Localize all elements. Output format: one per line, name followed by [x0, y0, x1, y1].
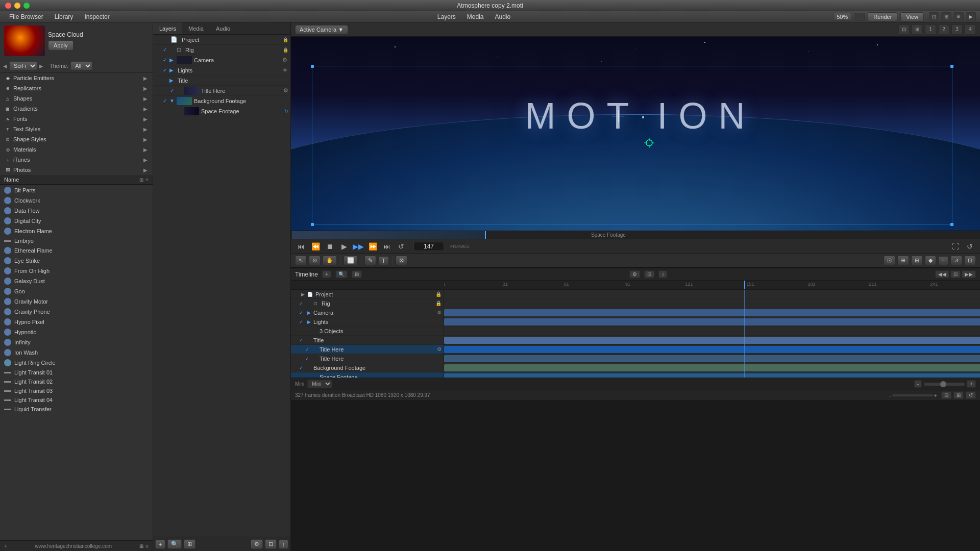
display-mode-button[interactable]: ⊞ — [911, 256, 923, 265]
timeline-settings-button[interactable]: ⚙ — [629, 270, 640, 278]
go-to-start-button[interactable]: ⏮ — [295, 240, 307, 253]
layer-background-footage[interactable]: ✓ ▼ Background Footage — [153, 96, 290, 106]
pan-tool[interactable]: ✋ — [323, 256, 337, 265]
menu-library[interactable]: Library — [50, 11, 79, 22]
audio-button[interactable]: ↺ — [964, 240, 976, 253]
tl-zoom-in[interactable]: + — [967, 380, 976, 388]
menu-media[interactable]: Media — [462, 11, 489, 22]
nav-item-shapes[interactable]: △ Shapes ▶ — [0, 93, 153, 104]
preview-tool-1[interactable]: 1 — [925, 24, 936, 35]
track-bg-footage[interactable] — [444, 363, 980, 372]
list-item[interactable]: Hypno Pixel — [0, 317, 153, 327]
tl-zoom-handle[interactable] — [940, 381, 946, 387]
track-space-footage[interactable] — [444, 372, 980, 378]
preview-tool-frame[interactable]: ⊡ — [898, 24, 910, 35]
view-options-button[interactable] — [854, 13, 865, 21]
track-title[interactable] — [444, 336, 980, 345]
list-item[interactable]: Hypnotic — [0, 327, 153, 337]
pen-tool[interactable]: ✎ — [364, 256, 376, 265]
list-item[interactable]: Eye Strike — [0, 256, 153, 266]
tl-zoom-slider[interactable] — [924, 383, 965, 386]
play-button[interactable]: ▶ — [338, 240, 350, 253]
grid-layer-button[interactable]: ⊞ — [184, 539, 195, 549]
tab-layers[interactable]: Layers — [153, 22, 182, 34]
rotate-tool[interactable]: ⊙ — [309, 256, 321, 265]
zoom-slider-status[interactable] — [892, 394, 933, 396]
play-all-button[interactable]: ▶▶ — [352, 240, 364, 253]
nav-item-shape-styles[interactable]: ⊡ Shape Styles ▶ — [0, 134, 153, 144]
select-tool[interactable]: ↖ — [295, 256, 307, 265]
menu-file-browser[interactable]: File Browser — [4, 11, 48, 22]
zoom-out-status[interactable]: - — [889, 392, 891, 398]
panel-options-button[interactable]: ⊡ — [265, 539, 277, 549]
tl-nav-3[interactable]: ▶▶ — [962, 270, 976, 278]
list-item-light-ring-circle[interactable]: Light Ring Circle — [0, 358, 153, 368]
menu-audio[interactable]: Audio — [490, 11, 516, 22]
toolbar-btn-3[interactable]: ≡ — [953, 12, 964, 21]
list-item-from-on-high[interactable]: From On High — [0, 266, 153, 276]
track-title-here-1[interactable] — [444, 345, 980, 354]
keyframe-button[interactable]: ◆ — [925, 256, 936, 265]
settings-button[interactable]: ⚙ — [251, 539, 263, 549]
mini-dropdown[interactable]: Mini — [307, 380, 332, 388]
gear-icon[interactable]: ⚙ — [283, 87, 288, 94]
tl-row-lights[interactable]: ✓ ▶ Lights — [291, 317, 444, 327]
list-view-btn[interactable]: ≡ — [145, 177, 149, 183]
add-layer-button[interactable]: + — [155, 540, 165, 549]
tl-row-title[interactable]: ✓ Title — [291, 336, 444, 345]
list-item[interactable]: Data Flow — [0, 206, 153, 216]
layer-title-here[interactable]: ✓ Title Here ⚙ — [153, 86, 290, 96]
tl-nav-2[interactable]: ⊡ — [950, 270, 961, 278]
rewind-button[interactable]: ⏪ — [309, 240, 322, 253]
tab-audio[interactable]: Audio — [210, 22, 236, 34]
nav-item-particle-emitters[interactable]: ◉ Particle Emitters ▶ — [0, 73, 153, 83]
layer-lights[interactable]: ✓ ▶ Lights 👁 — [153, 65, 290, 76]
tl-row-title-here-1[interactable]: ✓ Title Here ⚙ — [291, 345, 444, 354]
list-item[interactable]: Embryo — [0, 236, 153, 245]
list-item-liquid-transfer[interactable]: Liquid Transfer — [0, 405, 153, 414]
track-camera[interactable] — [444, 308, 980, 317]
preview-tool-4[interactable]: 4 — [965, 24, 976, 35]
list-toggle[interactable]: ≡ — [145, 543, 149, 549]
pivot-point[interactable] — [644, 138, 654, 149]
nav-item-fonts[interactable]: A Fonts ▶ — [0, 114, 153, 124]
text-tool[interactable]: T — [378, 256, 389, 265]
search-layer-button[interactable]: 🔍 — [167, 539, 182, 549]
add-item-button[interactable]: + — [4, 543, 7, 549]
preview-tool-fit[interactable]: ⊞ — [912, 24, 923, 35]
list-item[interactable]: Goo — [0, 286, 153, 296]
mask-tool[interactable]: ⊠ — [396, 256, 407, 265]
toolbar-btn-2[interactable]: ⊞ — [941, 12, 951, 21]
tl-row-space-footage[interactable]: Space Footage — [291, 372, 444, 378]
list-item-infinity[interactable]: Infinity — [0, 337, 153, 347]
fullscreen-button[interactable]: ⛶ — [949, 240, 962, 253]
param-button[interactable]: ≡ — [938, 256, 948, 265]
timeline-grid-button[interactable]: ⊞ — [352, 270, 362, 278]
tl-row-rig[interactable]: ✓ ⊡ Rig 🔒 — [291, 299, 444, 308]
status-btn-1[interactable]: ⊡ — [941, 391, 951, 399]
cat-prev-arrow[interactable]: ◀ — [3, 63, 7, 69]
scrubber-bar[interactable]: Space Footage — [291, 231, 980, 239]
status-btn-3[interactable]: ↺ — [966, 391, 976, 399]
nav-item-replicators[interactable]: ⊕ Replicators ▶ — [0, 83, 153, 93]
menu-inspector[interactable]: Inspector — [79, 11, 114, 22]
layer-rig[interactable]: ✓ ⊡ Rig 🔒 — [153, 45, 290, 55]
stop-button[interactable]: ⏹ — [324, 240, 336, 253]
grid-toggle[interactable]: ⊞ — [139, 543, 143, 549]
grid-view-btn[interactable]: ⊞ — [139, 177, 143, 183]
shape-tool[interactable]: ⬜ — [344, 256, 358, 265]
layer-camera[interactable]: ✓ ▶ Camera ⚙ — [153, 55, 290, 65]
timeline-search-button[interactable]: 🔍 — [335, 270, 348, 278]
list-item[interactable]: Electron Flame — [0, 226, 153, 236]
preview-tool-3[interactable]: 3 — [951, 24, 963, 35]
maximize-button[interactable] — [23, 3, 30, 9]
timeline-collapse-button[interactable]: ↕ — [658, 270, 667, 278]
nav-item-photos[interactable]: 🖼 Photos ▶ — [0, 165, 153, 175]
toolbar-btn-1[interactable]: ⊡ — [929, 12, 939, 21]
expand-button[interactable]: ⊡ — [964, 256, 976, 265]
list-item[interactable]: Bit Parts — [0, 185, 153, 195]
status-btn-2[interactable]: ⊞ — [953, 391, 964, 399]
view-button[interactable]: View — [900, 12, 924, 21]
go-to-end-button[interactable]: ⏭ — [381, 240, 393, 253]
apply-button[interactable]: Apply — [48, 40, 74, 51]
